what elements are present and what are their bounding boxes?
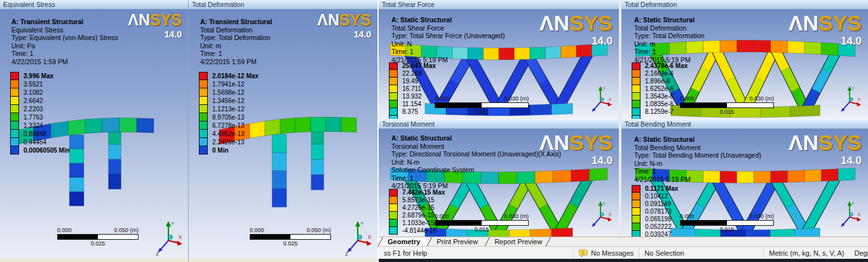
viewport-3d[interactable]: A: Static Structural Total Bending Momen… xyxy=(621,129,868,237)
scale-bar-rule xyxy=(57,234,139,240)
pane-title[interactable]: Total Bending Moment xyxy=(621,120,868,129)
status-unit-system: Metric (m, kg, N, s, V, A) xyxy=(769,248,844,258)
legend-entry: 2.0184e-12 Max xyxy=(199,72,259,80)
result-info-line: Type: Total Deformation xyxy=(200,34,272,42)
scale-bar-rule xyxy=(435,102,529,108)
viewport-3d[interactable]: A: Static Structural Torsional Moment Ty… xyxy=(379,129,619,237)
legend-entry: 0.88848 xyxy=(10,130,70,138)
ansys-version: 14.0 xyxy=(539,155,613,166)
ansys-version: 14.0 xyxy=(789,36,862,46)
result-info-line: Solution Coordinate System xyxy=(391,166,561,174)
scale-bar: 0.0000.030 (m) 0.015 xyxy=(680,213,774,233)
pane-title[interactable]: Total Deformation xyxy=(621,0,868,10)
orientation-triad[interactable]: Y X xyxy=(588,200,613,230)
orientation-triad[interactable]: Y X xyxy=(837,85,862,115)
pane-title[interactable]: Total Deformation xyxy=(189,0,377,10)
scale-bar-rule xyxy=(250,234,331,240)
tab-report-preview[interactable]: Report Preview xyxy=(485,237,550,247)
result-info-line: Total Deformation xyxy=(200,26,272,34)
svg-text:X: X xyxy=(609,97,612,102)
viewport-3d[interactable]: A: Transient Structural Equivalent Stres… xyxy=(0,10,188,262)
pane-title[interactable]: Equivalent Stress xyxy=(0,0,188,10)
legend-entry: 8.9705e-13 xyxy=(199,113,259,121)
pane-title[interactable]: Total Shear Force xyxy=(379,0,619,10)
svg-text:Y: Y xyxy=(360,221,363,226)
result-info-line: Time: 1 xyxy=(391,48,505,56)
legend-entry: 0.00060505 Min xyxy=(10,146,70,155)
svg-text:Y: Y xyxy=(602,202,605,205)
contour-legend: 3.996 Max3.55213.10822.66422.22031.77631… xyxy=(10,72,70,155)
result-info-line: Torsional Moment xyxy=(391,142,561,151)
message-balloon-icon: 0 xyxy=(579,249,588,258)
scale-bar: 0.0000.050 (m) 0.025 xyxy=(57,227,139,247)
legend-entry: 2.4378e-6 Max xyxy=(632,62,688,70)
result-info-line: Time: 1 xyxy=(200,50,272,58)
ansys-version: 14.0 xyxy=(539,36,613,46)
status-help: ss F1 for Help xyxy=(379,248,573,258)
viewport-3d[interactable]: A: Static Structural Total Deformation T… xyxy=(621,10,868,119)
ansys-version: 14.0 xyxy=(128,30,182,39)
result-info: A: Transient Structural Equivalent Stres… xyxy=(11,18,118,66)
legend-entry: 22.268 xyxy=(389,70,436,78)
legend-entry: 0.065198 xyxy=(632,216,678,223)
legend-entry: 4.2726e-15 xyxy=(389,204,445,212)
ansys-logo: ΛNSYS 14.0 xyxy=(539,132,613,166)
legend-entry: 1.6252e-6 xyxy=(632,85,688,93)
legend-entry xyxy=(389,116,436,119)
viewport-3d[interactable]: A: Transient Structural Total Deformatio… xyxy=(189,10,377,262)
legend-entry: 0.078173 xyxy=(632,208,678,216)
result-info-line: Unit: N-m xyxy=(391,158,561,167)
legend-entry: 7.442e-15 Max xyxy=(389,189,445,197)
pane-title[interactable]: Torsional Moment xyxy=(379,120,619,129)
orientation-triad[interactable]: Y X xyxy=(837,200,862,230)
scale-bar: 0.0000.030 (m) 0.015 xyxy=(680,95,774,115)
result-info-line: Type: Total Shear Force (Unaveraged) xyxy=(391,32,505,40)
result-info-line: Time: 1 xyxy=(11,50,118,58)
legend-entry: 5.8573e-15 xyxy=(389,197,445,204)
legend-entry: 0.1171 Max xyxy=(632,185,678,193)
legend-entry: 1.0835e-6 xyxy=(632,100,688,108)
legend-entry: 8.1259e-7 xyxy=(632,108,688,116)
contour-legend: 25.047 Max22.26819.4916.71113.93211.1548… xyxy=(389,62,436,119)
legend-entry: 1.1213e-12 xyxy=(199,105,259,113)
pane-total-bending-moment: Total Bending Moment A: Static Structura… xyxy=(621,119,868,237)
legend-entry: -4.8144e-16 xyxy=(389,227,445,235)
scale-bar-rule xyxy=(680,220,774,226)
legend-entry: 0.10412 xyxy=(632,193,678,200)
tab-print-preview[interactable]: Print Preview xyxy=(428,237,485,247)
svg-text:Z: Z xyxy=(156,251,159,257)
orientation-triad[interactable]: Y X xyxy=(588,85,613,115)
scale-bar: 0.0000.030 (m) 0.015 xyxy=(435,95,529,115)
result-info-line: Unit: N xyxy=(391,40,505,48)
window-bottom-edge xyxy=(0,258,188,262)
ansys-version: 14.0 xyxy=(789,155,862,166)
tab-geometry[interactable]: Geometry xyxy=(379,237,428,247)
result-info-line: Total Bending Moment xyxy=(634,144,761,152)
svg-text:X: X xyxy=(368,234,372,240)
legend-entry: 1.3324 xyxy=(10,121,70,130)
result-info: A: Static Structural Total Deformation T… xyxy=(634,16,705,64)
ansys-logo: ΛNSYS 14.0 xyxy=(789,132,862,166)
contour-legend: 7.442e-15 Max5.8573e-154.2726e-152.6879e… xyxy=(389,189,445,235)
status-units[interactable]: Metric (m, kg, N, s, V, A) Degrees rad/s… xyxy=(763,248,868,258)
svg-text:X: X xyxy=(858,212,861,217)
orientation-triad[interactable]: Y X Z xyxy=(154,219,183,257)
legend-entry: 3.1082 xyxy=(10,88,70,97)
result-info-line: Type: Total Deformation xyxy=(634,32,705,40)
viewport-3d[interactable]: A: Static Structural Total Shear Force T… xyxy=(379,10,619,119)
legend-entry: 0 Min xyxy=(199,146,259,155)
ansys-logo: ΛNSYS 14.0 xyxy=(317,12,371,39)
result-info: A: Static Structural Total Bending Momen… xyxy=(634,135,761,183)
orientation-triad[interactable]: Y X Z xyxy=(343,219,372,257)
result-info: A: Static Structural Torsional Moment Ty… xyxy=(391,134,561,190)
status-messages[interactable]: 0 No Messages xyxy=(573,248,639,258)
legend-entry: 2.2203 xyxy=(10,105,70,113)
result-info-line: Equivalent Stress xyxy=(11,26,118,34)
result-info-line: Type: Total Bending Moment (Unaveraged) xyxy=(634,151,761,160)
ansys-logo: ΛNSYS 14.0 xyxy=(789,12,862,46)
result-info-line: Unit: m xyxy=(200,42,272,50)
window-bottom-edge xyxy=(189,258,377,262)
legend-entry: 4.4852e-13 xyxy=(199,130,259,138)
legend-entry: 2.1669e-6 xyxy=(632,70,688,78)
legend-entry: 1.7941e-12 xyxy=(199,80,259,88)
